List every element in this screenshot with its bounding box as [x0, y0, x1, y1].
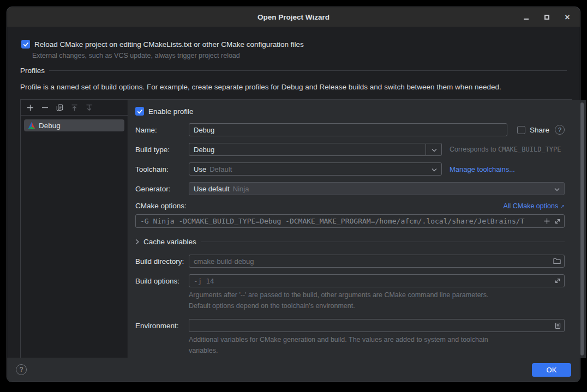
add-option-icon[interactable]: [543, 218, 550, 225]
generator-label: Generator:: [135, 185, 189, 193]
build-type-label: Build type:: [135, 146, 189, 154]
profile-list-toolbar: [21, 100, 128, 116]
build-type-hint: Corresponds to CMAKE_BUILD_TYPE: [450, 146, 561, 153]
toolchain-select[interactable]: Use Default: [189, 162, 442, 176]
minimize-button[interactable]: [522, 14, 530, 21]
share-checkbox[interactable]: [517, 126, 525, 134]
minimize-icon: [524, 19, 529, 20]
build-options-help: Arguments after '--' are passed to the b…: [189, 290, 565, 311]
chevron-down-icon: [432, 168, 437, 172]
cmake-options-value: -G Ninja -DCMAKE_BUILD_TYPE=Debug -DCMAK…: [140, 217, 524, 225]
ok-button[interactable]: OK: [532, 363, 571, 377]
dialog-footer: ? OK: [7, 358, 580, 382]
build-directory-label: Build directory:: [135, 257, 189, 266]
profile-list: Debug: [21, 116, 128, 135]
add-profile-button[interactable]: [26, 104, 34, 111]
reload-cmake-comment: External changes, such as VCS update, al…: [32, 52, 240, 59]
share-help-icon[interactable]: ?: [555, 125, 565, 135]
profiles-section-title: Profiles: [20, 67, 45, 75]
minus-icon: [41, 104, 49, 111]
move-up-icon: [71, 104, 78, 111]
build-options-label: Build options:: [135, 277, 189, 285]
toolchain-value: Use: [194, 165, 206, 173]
enable-profile-checkbox[interactable]: [135, 107, 144, 116]
cache-variables-label: Cache variables: [143, 238, 196, 246]
profile-list-item-debug[interactable]: Debug: [24, 119, 124, 131]
toolchain-value-secondary: Default: [209, 165, 232, 173]
profile-item-label: Debug: [39, 122, 61, 130]
environment-input[interactable]: [189, 319, 565, 332]
name-input[interactable]: [189, 123, 507, 136]
build-options-input[interactable]: [189, 274, 565, 287]
title-bar[interactable]: Open Project Wizard ×: [7, 7, 580, 27]
generator-value-secondary: Ninja: [233, 185, 249, 193]
environment-help: Additional variables for CMake generatio…: [189, 334, 565, 356]
chevron-down-icon: [554, 188, 560, 191]
copy-icon: [56, 104, 63, 111]
chevron-down-icon: [432, 148, 437, 152]
reload-cmake-option[interactable]: Reload CMake project on editing CMakeLis…: [21, 40, 304, 49]
maximize-button[interactable]: [543, 14, 550, 21]
cache-variables-section[interactable]: Cache variables: [135, 238, 565, 246]
cmake-icon: [28, 122, 35, 129]
cache-variables-divider: [201, 242, 565, 242]
help-button[interactable]: ?: [16, 364, 27, 375]
copy-profile-button[interactable]: [56, 104, 63, 111]
open-project-wizard-dialog: Open Project Wizard × Reload CMake proje…: [7, 7, 580, 382]
name-label: Name:: [135, 126, 189, 134]
expand-icon[interactable]: [554, 218, 561, 225]
external-link-icon: ↗: [560, 203, 565, 209]
manage-toolchains-link[interactable]: Manage toolchains...: [450, 165, 515, 173]
close-icon: ×: [565, 14, 570, 21]
variables-list-icon[interactable]: [555, 322, 561, 329]
profiles-panel: Debug Enable profile Name: Share ?: [20, 99, 572, 359]
move-up-button[interactable]: [70, 104, 78, 111]
profile-list-pane: Debug: [21, 100, 128, 358]
checkmark-icon: [137, 108, 143, 114]
remove-profile-button[interactable]: [41, 104, 49, 111]
vertical-scrollbar[interactable]: [580, 102, 584, 355]
profiles-description: Profile is a named set of build options.…: [20, 83, 501, 91]
share-label: Share: [530, 126, 549, 134]
expand-icon[interactable]: [554, 278, 561, 284]
enable-profile-label: Enable profile: [148, 107, 194, 116]
generator-select[interactable]: Use default Ninja: [189, 182, 565, 195]
checkmark-icon: [23, 41, 29, 47]
profiles-divider: [49, 70, 567, 71]
window-title: Open Project Wizard: [7, 7, 580, 27]
combo-separator: [426, 144, 426, 155]
generator-value: Use default: [194, 185, 230, 193]
reload-cmake-label: Reload CMake project on editing CMakeLis…: [34, 40, 304, 49]
toolchain-label: Toolchain:: [135, 165, 189, 173]
build-directory-input[interactable]: [189, 255, 565, 268]
chevron-right-icon: [135, 239, 139, 245]
move-down-icon: [86, 104, 93, 111]
cmake-options-input[interactable]: -G Ninja -DCMAKE_BUILD_TYPE=Debug -DCMAK…: [135, 214, 565, 228]
folder-icon[interactable]: [553, 258, 561, 264]
plus-icon: [27, 104, 34, 111]
build-type-value: Debug: [194, 146, 214, 154]
enable-profile-option[interactable]: Enable profile: [135, 107, 565, 116]
maximize-icon: [544, 15, 549, 20]
cmake-options-label: CMake options:: [135, 202, 187, 210]
all-cmake-options-link[interactable]: All CMake options ↗: [503, 202, 565, 210]
move-down-button[interactable]: [85, 104, 93, 111]
build-type-select[interactable]: Debug: [189, 143, 442, 156]
close-button[interactable]: ×: [564, 14, 571, 21]
profile-settings-pane: Enable profile Name: Share ? Build type:…: [128, 100, 586, 358]
environment-label: Environment:: [135, 322, 189, 330]
reload-cmake-checkbox[interactable]: [21, 40, 30, 49]
